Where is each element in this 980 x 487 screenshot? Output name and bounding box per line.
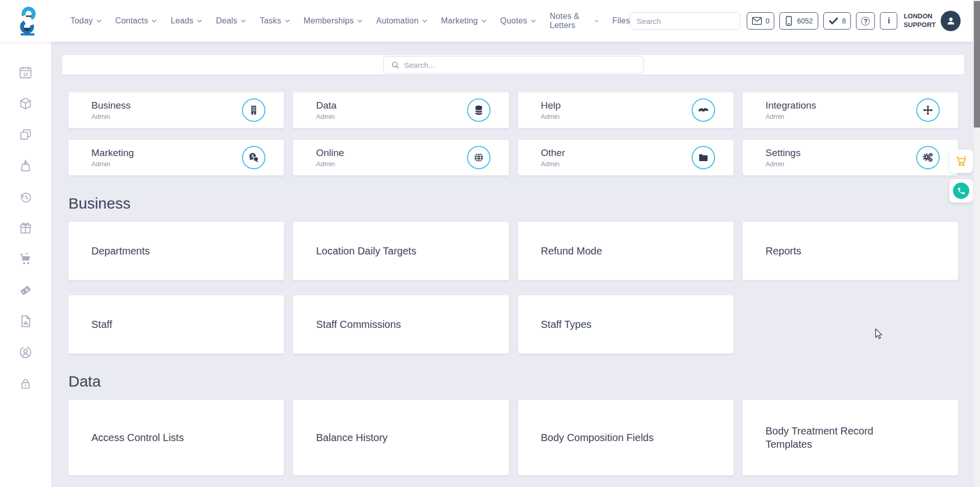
chevron-down-icon [96,19,102,23]
phone-icon [957,187,966,195]
database-icon [473,105,484,116]
nav-item-tasks[interactable]: Tasks [260,16,290,25]
nav-item-notes-letters[interactable]: Notes & Letters [550,12,599,30]
sidebar-item-security[interactable] [18,376,33,391]
sidebar-item-orders[interactable] [18,159,33,173]
nav-label: Quotes [500,16,527,25]
sidebar-item-reports[interactable] [18,314,33,328]
tile-title: Data [316,100,336,111]
tasks-badge-button[interactable]: 8 [823,12,851,30]
nav-item-quotes[interactable]: Quotes [500,16,536,25]
nav-item-automation[interactable]: Automation [376,16,427,25]
nav-item-marketing[interactable]: Marketing [441,16,486,25]
card-departments[interactable]: Departments [68,222,284,280]
card-access-control-lists[interactable]: Access Control Lists [68,400,284,475]
arrows-move-icon [922,105,934,116]
floating-cart-button[interactable] [949,149,973,173]
sidebar-item-pos-cart[interactable] [18,252,33,266]
phone-circle [953,183,969,199]
card-label: Staff Commissions [316,318,401,331]
help-button[interactable]: ? [856,12,875,30]
checkmark-icon [828,16,839,25]
admin-tile-help[interactable]: Help Admin [518,92,733,128]
content-search-box [383,56,644,73]
content-search-input[interactable] [404,61,636,69]
content-search-strip [62,55,964,74]
admin-tile-business[interactable]: Business Admin [68,92,284,128]
tile-title: Online [316,147,344,159]
card-staff-types[interactable]: Staff Types [518,295,733,353]
calls-badge-button[interactable]: 6052 [779,12,818,30]
card-body-composition-fields[interactable]: Body Composition Fields [518,400,733,475]
sidebar-item-pricing[interactable]: $ [18,283,33,297]
vertical-scrollbar[interactable] [973,0,980,487]
sidebar-item-gifts[interactable] [18,221,33,235]
main-content: Business Admin Data Admin [51,42,973,487]
mobile-phone-icon [785,16,793,26]
card-label: Location Daily Targets [316,244,416,258]
card-label: Body Composition Fields [541,431,654,444]
mail-badge-button[interactable]: 0 [747,12,775,30]
admin-tile-integrations[interactable]: Integrations Admin [743,92,958,128]
scrollbar-thumb[interactable] [974,1,980,127]
tile-subtitle: Admin [766,160,801,168]
admin-tile-marketing[interactable]: Marketing Admin $ [68,140,284,175]
card-reports[interactable]: Reports [743,222,958,280]
info-button[interactable]: i [880,12,897,30]
admin-tile-settings[interactable]: Settings Admin [743,140,958,175]
nav-item-today[interactable]: Today [70,16,102,25]
avatar[interactable] [941,11,961,31]
topbar-badges: 0 6052 8 ? i [747,12,898,30]
chevron-down-icon [422,19,427,23]
card-body-treatment-record-templates[interactable]: Body Treatment Record Templates [743,400,958,475]
admin-tile-other[interactable]: Other Admin [518,140,733,175]
report-document-icon [18,314,33,328]
chevron-down-icon [241,19,246,23]
tile-subtitle: Admin [316,160,344,168]
question-mark-icon: ? [861,17,870,25]
sidebar-item-calendar[interactable]: 12 [18,65,33,80]
card-staff[interactable]: Staff [68,295,284,353]
calls-count: 6052 [797,17,813,25]
sidebar: 12 [0,42,51,487]
nav-label: Leads [170,16,193,25]
sidebar-item-duplicates[interactable] [18,127,33,142]
nav-item-deals[interactable]: Deals [216,16,246,25]
user-name-line2: SUPPORT [903,21,936,30]
nav-item-leads[interactable]: Leads [170,16,202,25]
card-balance-history[interactable]: Balance History [293,400,508,475]
card-staff-commissions[interactable]: Staff Commissions [293,295,508,353]
card-label: Balance History [316,431,387,444]
sidebar-item-account[interactable] [18,345,33,360]
search-icon [391,61,400,69]
topbar-search-input[interactable] [630,13,740,29]
admin-tile-online[interactable]: Online Admin [293,140,508,175]
card-label: Staff Types [541,318,592,331]
card-label: Refund Mode [541,244,602,258]
floating-phone-button[interactable] [949,179,973,202]
shopping-bag-icon [18,159,33,173]
nav-label: Today [70,16,93,25]
card-location-daily-targets[interactable]: Location Daily Targets [293,222,508,280]
admin-tile-grid: Business Admin Data Admin [68,92,958,175]
tile-title: Settings [766,147,801,159]
sidebar-item-history[interactable] [18,190,33,204]
history-clock-icon [18,190,33,204]
tile-subtitle: Admin [91,113,131,120]
sidebar-item-packages[interactable] [18,96,33,111]
topbar: Today Contacts Leads Deals Tasks Members… [0,0,973,42]
user-name: LONDON SUPPORT [903,12,936,30]
nav-item-memberships[interactable]: Memberships [304,16,362,25]
nav-label: Deals [216,16,237,25]
admin-tile-data[interactable]: Data Admin [293,92,508,128]
nav-item-files[interactable]: Files [612,16,630,25]
card-refund-mode[interactable]: Refund Mode [518,222,733,280]
nav-item-contacts[interactable]: Contacts [115,16,157,25]
chat-dollar-icon: $ [248,152,259,163]
tile-subtitle: Admin [316,113,336,120]
tile-title: Help [541,100,561,111]
nav-label: Tasks [260,16,281,25]
price-tag-icon: $ [18,283,33,297]
app-logo[interactable] [15,6,41,36]
gift-icon [18,221,33,235]
